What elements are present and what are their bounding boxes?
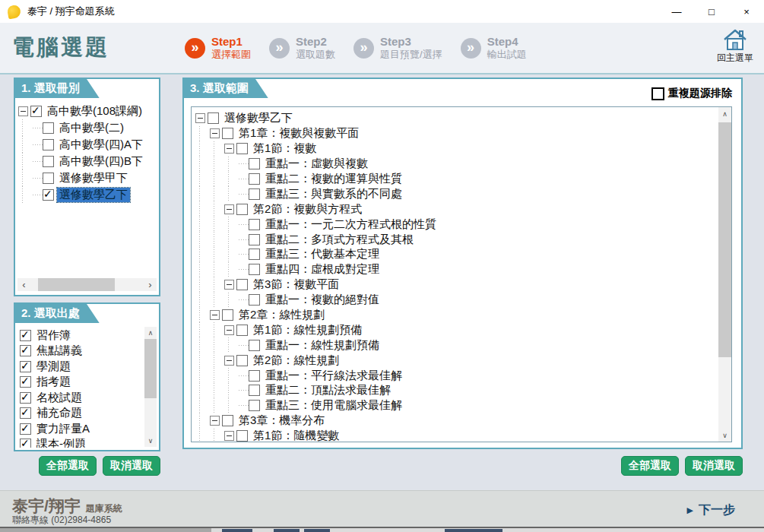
checkbox[interactable] [249,340,260,351]
collapse-toggle-icon[interactable] [224,144,234,154]
checkbox[interactable] [20,439,31,448]
collapse-toggle-icon[interactable] [18,106,28,116]
checkbox[interactable] [236,204,248,215]
checkbox[interactable] [236,325,248,336]
checkbox[interactable] [43,122,54,134]
checkbox[interactable] [20,423,31,435]
scroll-up-icon[interactable] [718,107,731,120]
tree-item-label[interactable]: 第1節：線性規劃預備 [251,323,364,337]
checkbox[interactable] [43,173,54,184]
deselect-all-button[interactable]: 取消選取 [685,456,743,476]
list-item-label[interactable]: 補充命題 [34,406,84,420]
vertical-scrollbar[interactable] [718,107,731,442]
dedupe-option[interactable]: 重複題源排除 [651,87,732,100]
tree-item-label[interactable]: 重點三：與實數系的不同處 [263,187,404,201]
checkbox[interactable] [249,385,260,396]
checkbox[interactable] [249,158,260,169]
scrollbar-track[interactable] [144,339,157,435]
step-step2[interactable]: Step2選取題數 [269,35,335,62]
horizontal-scrollbar[interactable] [17,278,157,291]
checkbox[interactable] [43,189,54,201]
tree-item-label[interactable]: 第2節：複數與方程式 [251,202,364,217]
checkbox[interactable] [249,234,260,245]
list-item-label[interactable]: 課本-例題 [34,437,88,448]
scroll-up-icon[interactable] [144,327,157,339]
tree-item-label[interactable]: 第1節：隨機變數 [251,429,341,442]
step-step3[interactable]: Step3題目預覽/選擇 [353,35,442,62]
tree-item-label[interactable]: 重點四：虛根成對定理 [263,262,382,277]
checkbox[interactable] [20,392,31,404]
tree-item-label[interactable]: 重點二：複數的運算與性質 [263,172,404,186]
collapse-toggle-icon[interactable] [210,416,220,426]
close-button[interactable]: × [729,0,764,23]
checkbox[interactable] [249,370,260,382]
tree-item-label[interactable]: 重點一：平行線法求最佳解 [263,369,404,383]
checkbox[interactable] [249,400,260,411]
checkbox[interactable] [236,279,248,290]
deselect-all-button[interactable]: 取消選取 [103,456,160,476]
select-all-button[interactable]: 全部選取 [621,456,679,476]
tree-item-label[interactable]: 第2章：線性規劃 [236,308,327,322]
collapse-toggle-icon[interactable] [195,113,205,123]
checkbox[interactable] [222,415,233,426]
tree-item-label[interactable]: 第2節：線性規劃 [251,353,341,368]
tree-item-label[interactable]: 高中數學(108課綱) [45,104,144,119]
scroll-down-icon[interactable] [144,435,157,447]
checkbox[interactable] [20,407,31,419]
tree-item-label[interactable]: 選修數學乙下 [222,111,295,125]
tree-item-label[interactable]: 第3節：複數平面 [251,277,341,292]
checkbox[interactable] [222,128,233,139]
list-item-label[interactable]: 學測題 [34,359,73,374]
collapse-toggle-icon[interactable] [224,204,234,214]
checkbox[interactable] [236,430,248,442]
tree-item-label[interactable]: 選修數學乙下 [57,188,130,202]
checkbox[interactable] [43,139,54,150]
tree-item-label[interactable]: 第1章：複數與複數平面 [236,126,361,141]
list-item-label[interactable]: 名校試題 [34,391,84,405]
list-item-label[interactable]: 實力評量A [34,422,92,436]
collapse-toggle-icon[interactable] [210,310,220,320]
home-button[interactable]: 回主選單 [712,28,758,65]
tree-item-label[interactable]: 高中數學(二) [57,121,126,135]
checkbox[interactable] [222,309,233,321]
scrollbar-track[interactable] [718,120,731,429]
tree-item-label[interactable]: 第1節：複數 [251,141,319,156]
checkbox[interactable] [249,294,260,306]
next-step-button[interactable]: ▶ 下一步 [687,502,735,518]
tree-item-label[interactable]: 重點三：代數基本定理 [263,247,382,261]
tree-item-label[interactable]: 重點一：線性規劃預備 [263,338,382,353]
tree-item-label[interactable]: 第3章：機率分布 [236,413,327,428]
tree-item-label[interactable]: 選修數學甲下 [57,171,130,185]
dedupe-checkbox[interactable] [651,87,664,100]
scroll-right-icon[interactable] [144,278,157,291]
checkbox[interactable] [20,361,31,372]
checkbox[interactable] [30,106,42,117]
scroll-left-icon[interactable] [17,278,30,291]
checkbox[interactable] [249,188,260,200]
collapse-toggle-icon[interactable] [224,356,234,366]
minimize-button[interactable]: — [659,0,694,23]
tree-item-label[interactable]: 高中數學(四)A下 [57,138,145,152]
checkbox[interactable] [20,330,31,341]
select-all-button[interactable]: 全部選取 [39,456,97,476]
checkbox[interactable] [208,112,219,124]
tree-item-label[interactable]: 重點二：多項式方程式及其根 [263,233,416,247]
checkbox[interactable] [236,355,248,366]
collapse-toggle-icon[interactable] [224,431,234,441]
tree-item-label[interactable]: 重點三：使用電腦求最佳解 [263,398,404,413]
list-item-label[interactable]: 習作簿 [34,328,73,343]
checkbox[interactable] [249,264,260,275]
tree-item-label[interactable]: 重點一：一元二次方程式根的性質 [263,217,439,232]
collapse-toggle-icon[interactable] [210,128,220,138]
list-item-label[interactable]: 焦點講義 [34,344,84,358]
scrollbar-track[interactable] [30,278,144,291]
checkbox[interactable] [20,376,31,388]
scrollbar-thumb[interactable] [38,278,115,291]
checkbox[interactable] [43,156,54,167]
list-item-label[interactable]: 指考題 [34,375,73,389]
tree-item-label[interactable]: 重點一：虛數與複數 [263,157,370,171]
tree-item-label[interactable]: 重點二：頂點法求最佳解 [263,383,393,397]
checkbox[interactable] [249,249,260,260]
vertical-scrollbar[interactable] [144,327,157,447]
scrollbar-thumb[interactable] [718,122,731,357]
